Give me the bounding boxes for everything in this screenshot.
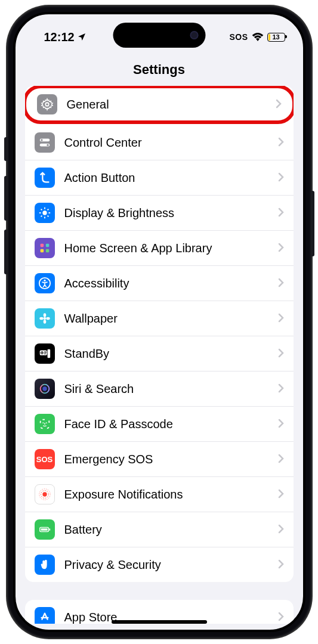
chevron-right-icon bbox=[278, 136, 284, 150]
svg-line-13 bbox=[47, 209, 48, 210]
svg-rect-15 bbox=[45, 244, 49, 247]
gear-icon bbox=[37, 94, 57, 114]
svg-rect-17 bbox=[45, 249, 49, 253]
settings-row-display[interactable]: Display & Brightness bbox=[25, 196, 294, 231]
row-label: Display & Brightness bbox=[64, 206, 268, 220]
chevron-right-icon bbox=[278, 417, 284, 431]
settings-row-home-screen[interactable]: Home Screen & App Library bbox=[25, 231, 294, 266]
row-label: Home Screen & App Library bbox=[64, 242, 268, 255]
row-label: Face ID & Passcode bbox=[64, 417, 268, 431]
settings-group-1: GeneralControl CenterAction ButtonDispla… bbox=[25, 86, 294, 582]
row-label: Emergency SOS bbox=[64, 453, 268, 466]
settings-row-control-center[interactable]: Control Center bbox=[25, 125, 294, 160]
status-time: 12:12 bbox=[44, 30, 75, 44]
settings-row-battery[interactable]: Battery bbox=[25, 512, 294, 547]
row-label: Action Button bbox=[64, 171, 268, 185]
svg-point-21 bbox=[43, 313, 46, 317]
status-bar-right: SOS 13 bbox=[229, 32, 285, 42]
battery-icon bbox=[35, 519, 55, 540]
svg-rect-29 bbox=[44, 354, 46, 354]
settings-row-faceid[interactable]: Face ID & Passcode bbox=[25, 407, 294, 442]
svg-rect-41 bbox=[41, 528, 47, 531]
home-indicator[interactable] bbox=[112, 620, 207, 624]
sun-icon bbox=[35, 203, 55, 223]
chevron-right-icon bbox=[278, 277, 284, 290]
svg-point-19 bbox=[44, 280, 45, 281]
chevron-right-icon bbox=[278, 611, 284, 624]
accessibility-icon bbox=[35, 273, 55, 293]
exposure-icon bbox=[35, 484, 55, 504]
svg-line-11 bbox=[47, 216, 48, 217]
standby-icon bbox=[35, 343, 55, 364]
face-icon bbox=[35, 414, 55, 434]
wifi-icon bbox=[252, 33, 264, 41]
chevron-right-icon bbox=[278, 488, 284, 501]
row-label: Siri & Search bbox=[64, 382, 268, 396]
svg-point-37 bbox=[42, 492, 47, 496]
row-label: Wallpaper bbox=[64, 312, 268, 326]
chevron-right-icon bbox=[278, 312, 284, 326]
row-label: General bbox=[67, 98, 266, 112]
svg-rect-30 bbox=[47, 349, 50, 358]
side-button bbox=[311, 191, 314, 256]
appstore-icon bbox=[35, 607, 55, 624]
svg-line-12 bbox=[41, 216, 42, 217]
svg-point-2 bbox=[41, 139, 42, 141]
sos-indicator: SOS bbox=[229, 32, 248, 42]
chevron-right-icon bbox=[278, 382, 284, 396]
svg-point-5 bbox=[42, 210, 47, 215]
row-label: Privacy & Security bbox=[64, 558, 268, 572]
settings-row-accessibility[interactable]: Accessibility bbox=[25, 266, 294, 301]
sos-icon: SOS bbox=[35, 449, 55, 469]
svg-point-22 bbox=[43, 320, 46, 323]
settings-row-general[interactable]: General bbox=[25, 86, 294, 124]
chevron-right-icon bbox=[278, 242, 284, 255]
svg-point-32 bbox=[42, 386, 47, 391]
chevron-right-icon bbox=[278, 453, 284, 466]
svg-point-4 bbox=[47, 144, 48, 145]
svg-rect-28 bbox=[44, 352, 47, 353]
svg-rect-27 bbox=[44, 351, 47, 352]
settings-row-standby[interactable]: StandBy bbox=[25, 336, 294, 371]
svg-point-35 bbox=[45, 422, 47, 423]
settings-row-privacy[interactable]: Privacy & Security bbox=[25, 547, 294, 582]
hand-icon bbox=[35, 555, 55, 575]
svg-rect-14 bbox=[40, 244, 44, 247]
chevron-right-icon bbox=[278, 347, 284, 361]
phone-frame: 12:12 SOS 13 Settings GeneralControl Cen bbox=[7, 6, 311, 638]
settings-content[interactable]: GeneralControl CenterAction ButtonDispla… bbox=[16, 86, 303, 624]
svg-point-23 bbox=[39, 317, 43, 320]
chevron-right-icon bbox=[276, 98, 282, 112]
page-title: Settings bbox=[16, 62, 303, 78]
chevron-right-icon bbox=[278, 206, 284, 220]
svg-point-24 bbox=[46, 317, 50, 320]
svg-point-0 bbox=[45, 103, 49, 106]
chevron-right-icon bbox=[278, 558, 284, 572]
page-header: Settings bbox=[16, 50, 303, 86]
camera-icon bbox=[190, 31, 198, 39]
row-label: StandBy bbox=[64, 347, 268, 361]
flower-icon bbox=[35, 308, 55, 329]
settings-row-exposure[interactable]: Exposure Notifications bbox=[25, 477, 294, 512]
action-icon bbox=[35, 168, 55, 188]
settings-row-wallpaper[interactable]: Wallpaper bbox=[25, 301, 294, 336]
switches-icon bbox=[35, 132, 55, 153]
grid-icon bbox=[35, 238, 55, 258]
svg-rect-42 bbox=[49, 528, 50, 531]
svg-point-34 bbox=[42, 422, 44, 423]
battery-level: 13 bbox=[268, 33, 285, 41]
dynamic-island bbox=[113, 23, 205, 48]
settings-row-action-button[interactable]: Action Button bbox=[25, 160, 294, 196]
row-label: Battery bbox=[64, 523, 268, 537]
svg-point-20 bbox=[43, 317, 46, 320]
chevron-right-icon bbox=[278, 171, 284, 185]
row-label: Accessibility bbox=[64, 277, 268, 290]
location-icon bbox=[77, 32, 87, 42]
screen: 12:12 SOS 13 Settings GeneralControl Cen bbox=[13, 12, 305, 632]
settings-row-sos[interactable]: SOSEmergency SOS bbox=[25, 442, 294, 477]
battery-icon: 13 bbox=[267, 33, 285, 42]
svg-rect-16 bbox=[40, 249, 44, 253]
row-label: Control Center bbox=[64, 136, 268, 150]
svg-line-10 bbox=[41, 209, 42, 210]
settings-row-siri[interactable]: Siri & Search bbox=[25, 371, 294, 407]
